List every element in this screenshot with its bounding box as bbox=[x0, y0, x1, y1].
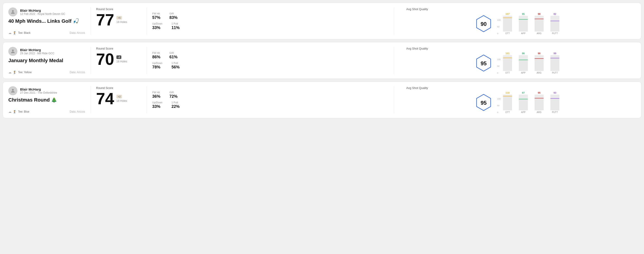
fw-hit-value: 57% bbox=[152, 15, 160, 20]
bar-container bbox=[550, 95, 560, 110]
hexagon-wrapper: 95 bbox=[474, 94, 493, 112]
user-icon bbox=[10, 49, 16, 54]
chart-section: Avg Shot Quality 95 100 50 0 110 OTT 87 bbox=[400, 86, 636, 114]
bar-container bbox=[534, 95, 544, 110]
bar-group-arg: 98 ARG bbox=[534, 13, 545, 35]
svg-point-6 bbox=[12, 89, 14, 91]
bar-value-label: 95 bbox=[538, 91, 540, 94]
avg-quality-label: Avg Shot Quality bbox=[406, 47, 428, 50]
round-card-1: Blair McHarg 12 Feb 2022 · Royal North D… bbox=[3, 3, 641, 39]
bottom-info: ☁ 🏌 Tee: Blue Data: Arccos bbox=[8, 110, 85, 114]
y-axis: 100 50 0 bbox=[497, 98, 500, 114]
quality-row: 95 100 50 0 101 OTT 86 APP 96 bbox=[474, 52, 560, 74]
up-down-stat: Up/Down 33% bbox=[152, 22, 162, 30]
one-putt-stat: 1 Putt 56% bbox=[172, 62, 180, 70]
avatar bbox=[8, 86, 17, 95]
one-putt-value: 22% bbox=[172, 104, 180, 109]
bar-group-putt: 93 PUTT bbox=[549, 91, 560, 114]
up-down-value: 78% bbox=[152, 65, 162, 70]
svg-point-3 bbox=[12, 50, 14, 51]
bar-group-app: 87 APP bbox=[518, 91, 529, 114]
score-section: Round Score 74 +2 18 Holes bbox=[96, 86, 141, 114]
score-main: 77 +5 18 Holes bbox=[96, 12, 141, 28]
bar-container bbox=[503, 55, 512, 71]
up-down-stat: Up/Down 78% bbox=[152, 62, 162, 70]
bar-chart: 100 50 0 110 OTT 87 APP 95 ARG bbox=[497, 91, 560, 114]
divider-3 bbox=[394, 47, 394, 74]
data-source: Data: Arccos bbox=[70, 71, 85, 74]
bar-axis-label: OTT bbox=[505, 72, 510, 74]
bar-container bbox=[534, 55, 544, 71]
bar-chart: 100 50 0 107 OTT 95 APP 98 ARG bbox=[497, 13, 560, 35]
user-name: Blair McHarg bbox=[20, 48, 54, 52]
left-section: Blair McHarg 29 Jan 2022 · Mill Ride GCC… bbox=[8, 47, 85, 74]
bar-value-label: 110 bbox=[506, 91, 510, 94]
score-diff-badge: +2 bbox=[116, 95, 122, 98]
score-section: Round Score 70 -2 18 Holes bbox=[96, 47, 141, 74]
svg-text:95: 95 bbox=[481, 100, 487, 106]
up-down-stat: Up/Down 33% bbox=[152, 101, 162, 109]
fw-hit-label: FW Hit bbox=[152, 52, 160, 54]
divider-1 bbox=[90, 47, 91, 74]
stats-row-bottom: Up/Down 33% 1 Putt 22% bbox=[152, 101, 388, 109]
score-number: 70 bbox=[96, 51, 114, 67]
left-section: Blair McHarg 27 Dec 2021 · The Oxfordshi… bbox=[8, 86, 85, 114]
bar-container bbox=[519, 55, 528, 71]
data-source: Data: Arccos bbox=[70, 31, 85, 34]
tee-label: Tee: Black bbox=[18, 31, 30, 34]
up-down-label: Up/Down bbox=[152, 101, 162, 104]
bar-value-label: 107 bbox=[506, 13, 510, 15]
stats-section: FW Hit 86% GIR 61% Up/Down 78% 1 Putt 56… bbox=[152, 47, 388, 74]
up-down-value: 33% bbox=[152, 104, 162, 109]
bar-value-label: 98 bbox=[538, 13, 540, 15]
bar-value-label: 87 bbox=[522, 91, 525, 94]
stats-section: FW Hit 57% GIR 83% Up/Down 33% 1 Putt 11… bbox=[152, 7, 388, 35]
user-name: Blair McHarg bbox=[20, 8, 65, 12]
gir-value: 72% bbox=[170, 94, 178, 99]
bar-axis-label: ARG bbox=[537, 32, 542, 35]
gir-value: 61% bbox=[170, 55, 178, 59]
bar-group-arg: 95 ARG bbox=[534, 91, 545, 114]
score-number: 77 bbox=[96, 12, 114, 28]
bar-axis-label: OTT bbox=[505, 111, 510, 114]
bar-value-label: 82 bbox=[554, 13, 556, 15]
hexagon-wrapper: 95 bbox=[474, 54, 493, 72]
quality-row: 95 100 50 0 110 OTT 87 APP 95 bbox=[474, 91, 560, 114]
bar-value-label: 86 bbox=[522, 52, 525, 55]
tee-info: ☁ 🏌 Tee: Yellow bbox=[8, 70, 32, 74]
user-date: 29 Jan 2022 · Mill Ride GCC bbox=[20, 52, 54, 55]
score-label: Round Score bbox=[96, 86, 141, 90]
svg-point-0 bbox=[12, 10, 14, 12]
divider-1 bbox=[90, 86, 91, 114]
bar-value-label: 101 bbox=[506, 52, 510, 55]
data-source: Data: Arccos bbox=[70, 110, 85, 113]
gir-label: GIR bbox=[170, 52, 178, 54]
fw-hit-label: FW Hit bbox=[152, 91, 160, 94]
stats-row-bottom: Up/Down 78% 1 Putt 56% bbox=[152, 62, 388, 70]
avg-quality-label: Avg Shot Quality bbox=[406, 86, 428, 90]
bar-container bbox=[534, 16, 544, 31]
bar-axis-label: OTT bbox=[505, 32, 510, 35]
avatar bbox=[8, 47, 17, 56]
tee-bag-icon: 🏌 bbox=[13, 70, 17, 74]
fw-hit-stat: FW Hit 36% bbox=[152, 91, 160, 99]
bar-container bbox=[503, 95, 512, 110]
bottom-info: ☁ 🏌 Tee: Yellow Data: Arccos bbox=[8, 70, 85, 74]
stats-row-bottom: Up/Down 33% 1 Putt 11% bbox=[152, 22, 388, 30]
user-info: Blair McHarg 29 Jan 2022 · Mill Ride GCC bbox=[8, 47, 85, 56]
fw-hit-value: 86% bbox=[152, 55, 160, 59]
score-number: 74 bbox=[96, 91, 114, 107]
tee-info: ☁ 🏌 Tee: Blue bbox=[8, 110, 29, 114]
gir-value: 83% bbox=[170, 15, 178, 20]
holes-label: 18 Holes bbox=[116, 60, 127, 63]
bar-container bbox=[550, 16, 560, 31]
stats-row-top: FW Hit 57% GIR 83% bbox=[152, 12, 388, 20]
up-down-label: Up/Down bbox=[152, 22, 162, 25]
holes-label: 18 Holes bbox=[116, 99, 127, 103]
fw-hit-label: FW Hit bbox=[152, 12, 160, 15]
fw-hit-stat: FW Hit 57% bbox=[152, 12, 160, 20]
tee-label: Tee: Blue bbox=[18, 110, 29, 113]
chart-section: Avg Shot Quality 90 100 50 0 107 OTT 95 bbox=[400, 7, 636, 35]
gir-stat: GIR 83% bbox=[170, 12, 178, 20]
avatar bbox=[8, 7, 17, 16]
